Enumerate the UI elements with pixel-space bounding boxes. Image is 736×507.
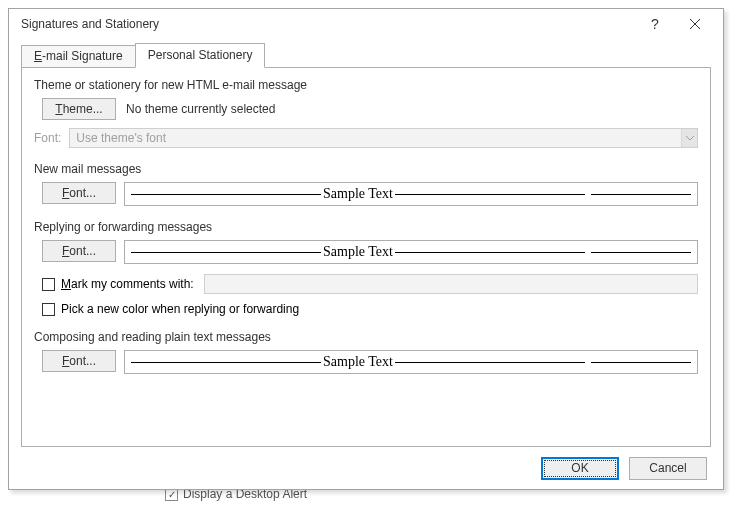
font-label: Font:	[34, 131, 61, 145]
help-button[interactable]: ?	[635, 10, 675, 38]
reply-label: Replying or forwarding messages	[34, 220, 698, 234]
pick-color-checkbox[interactable]	[42, 303, 55, 316]
new-mail-font-button[interactable]: Font...	[42, 182, 116, 204]
new-mail-sample: Sample Text	[124, 182, 698, 206]
theme-button[interactable]: Theme...	[42, 98, 116, 120]
dialog-body: E-mail Signature Personal Stationery The…	[9, 39, 723, 447]
reply-sample: Sample Text	[124, 240, 698, 264]
close-button[interactable]	[675, 10, 715, 38]
plain-label: Composing and reading plain text message…	[34, 330, 698, 344]
chevron-down-icon	[681, 129, 697, 147]
tab-panel: Theme or stationery for new HTML e-mail …	[21, 67, 711, 447]
plain-font-button[interactable]: Font...	[42, 350, 116, 372]
mark-comments-input	[204, 274, 698, 294]
theme-font-dropdown: Use theme's font	[69, 128, 698, 148]
theme-section-label: Theme or stationery for new HTML e-mail …	[34, 78, 698, 92]
tab-label: Personal Stationery	[148, 48, 253, 62]
ok-button[interactable]: OK	[541, 457, 619, 480]
reply-font-button[interactable]: Font...	[42, 240, 116, 262]
titlebar: Signatures and Stationery ?	[9, 9, 723, 39]
help-icon: ?	[651, 16, 659, 32]
mark-comments-checkbox[interactable]	[42, 278, 55, 291]
plain-sample: Sample Text	[124, 350, 698, 374]
new-mail-label: New mail messages	[34, 162, 698, 176]
dialog-footer: OK Cancel	[9, 447, 723, 489]
dialog: Signatures and Stationery ? E-mail Signa…	[8, 8, 724, 490]
close-icon	[689, 18, 701, 30]
dialog-title: Signatures and Stationery	[21, 17, 635, 31]
tab-personal-stationery[interactable]: Personal Stationery	[135, 43, 266, 68]
theme-status: No theme currently selected	[126, 102, 275, 116]
cancel-button[interactable]: Cancel	[629, 457, 707, 480]
pick-color-label: Pick a new color when replying or forwar…	[61, 302, 299, 316]
dropdown-value: Use theme's font	[76, 131, 681, 145]
mark-comments-label: Mark my comments with:	[61, 277, 194, 291]
tab-strip: E-mail Signature Personal Stationery	[21, 43, 711, 68]
tab-email-signature[interactable]: E-mail Signature	[21, 45, 136, 68]
